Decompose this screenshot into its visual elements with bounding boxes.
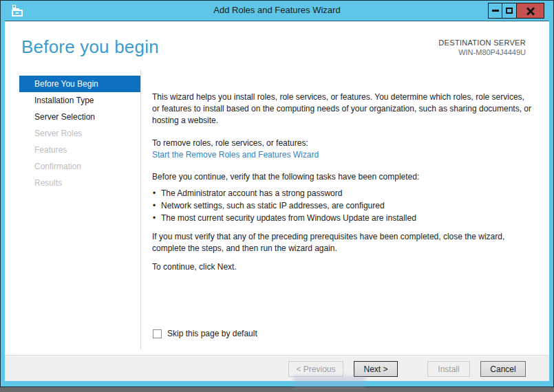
next-button[interactable]: Next > <box>354 361 398 377</box>
destination-server-name: WIN-M80P4J4449U <box>438 47 526 57</box>
title-bar[interactable]: Add Roles and Features Wizard <box>1 1 553 21</box>
destination-server-block: DESTINATION SERVER WIN-M80P4J4449U <box>438 38 526 57</box>
sidebar-divider <box>140 69 141 349</box>
skip-page-row: Skip this page by default <box>153 329 257 338</box>
minimize-button[interactable] <box>488 3 502 19</box>
window-title: Add Roles and Features Wizard <box>1 5 553 15</box>
maximize-button[interactable] <box>502 3 517 19</box>
sidebar-item-features: Features <box>19 142 140 158</box>
remove-line: To remove roles, role services, or featu… <box>152 138 308 148</box>
destination-server-label: DESTINATION SERVER <box>438 38 526 47</box>
sidebar-item-confirmation: Confirmation <box>19 158 140 175</box>
remove-roles-link[interactable]: Start the Remove Roles and Features Wiza… <box>152 149 319 161</box>
page-content: This wizard helps you install roles, rol… <box>152 91 531 273</box>
cancel-button[interactable]: Cancel <box>480 361 526 377</box>
minimize-icon <box>492 10 499 12</box>
skip-page-checkbox[interactable] <box>153 329 162 338</box>
intro-paragraph: This wizard helps you install roles, rol… <box>152 91 531 127</box>
continue-line: To continue, click Next. <box>152 261 531 273</box>
list-item: •Network settings, such as static IP add… <box>152 199 531 212</box>
bullet-icon: • <box>153 199 156 212</box>
sidebar-item-installation-type[interactable]: Installation Type <box>19 92 140 109</box>
maximize-icon <box>506 8 513 14</box>
install-button[interactable]: Install <box>427 361 470 377</box>
prerequisite-list: •The Administrator account has a strong … <box>152 187 531 224</box>
wizard-window: Add Roles and Features Wizard Before you… <box>0 0 554 387</box>
prereq-paragraph: If you must verify that any of the prece… <box>152 231 531 254</box>
wizard-steps-sidebar: Before You Begin Installation Type Serve… <box>19 76 140 191</box>
previous-button[interactable]: < Previous <box>288 361 343 377</box>
skip-page-label: Skip this page by default <box>167 329 257 338</box>
bullet-icon: • <box>153 187 156 199</box>
wizard-client-area: Before you begin DESTINATION SERVER WIN-… <box>5 21 549 381</box>
footer-bar: < Previous Next > Install Cancel <box>5 355 549 381</box>
close-button[interactable] <box>517 3 544 19</box>
sidebar-item-before-you-begin[interactable]: Before You Begin <box>19 76 140 92</box>
sidebar-item-server-roles: Server Roles <box>19 125 140 142</box>
verify-line: Before you continue, verify that the fol… <box>152 171 531 183</box>
close-icon <box>526 6 535 16</box>
sidebar-item-results: Results <box>19 175 140 191</box>
sidebar-item-server-selection[interactable]: Server Selection <box>19 109 140 125</box>
page-header: Before you begin DESTINATION SERVER WIN-… <box>5 21 549 69</box>
window-controls <box>488 3 544 19</box>
list-item: •The most current security updates from … <box>152 212 531 224</box>
page-title: Before you begin <box>21 36 159 58</box>
remove-paragraph: To remove roles, role services, or featu… <box>152 138 531 161</box>
bullet-icon: • <box>153 212 156 224</box>
list-item: •The Administrator account has a strong … <box>152 187 531 199</box>
